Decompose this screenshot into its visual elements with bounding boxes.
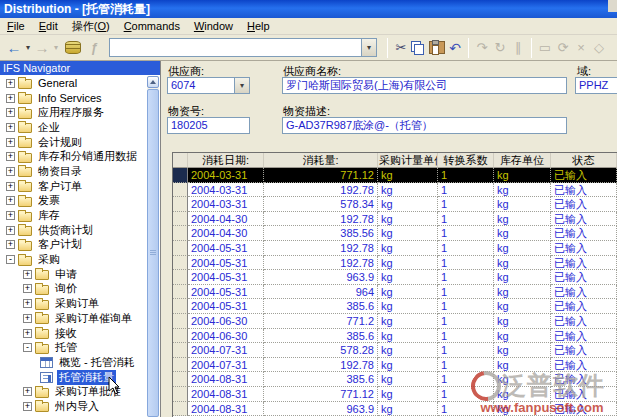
table-row[interactable]: 2004-07-31192.78kg1kg已输入 — [173, 358, 617, 373]
table-cell: kg — [494, 226, 551, 241]
tree-item[interactable]: +库存 — [0, 208, 147, 223]
tree-expander-icon[interactable]: + — [6, 79, 15, 88]
supplier-field[interactable]: 6074 ▾ — [167, 77, 250, 94]
tree-expander-icon[interactable]: + — [23, 387, 32, 396]
tree-expander-icon[interactable]: + — [6, 182, 15, 191]
tree-item[interactable]: +采购订单催询单 — [0, 311, 147, 326]
back-dropdown-icon[interactable]: ▾ — [24, 39, 32, 57]
table-cell: 已输入 — [551, 183, 617, 198]
menu-item-f[interactable]: File — [0, 20, 32, 32]
tree-item[interactable]: +应用程序服务 — [0, 105, 147, 120]
tree-item[interactable]: +发票 — [0, 194, 147, 209]
undo-icon[interactable]: ↶ — [447, 39, 463, 57]
tree-item[interactable]: +供货商计划 — [0, 223, 147, 238]
tree-expander-icon[interactable]: + — [6, 152, 15, 161]
tree-expander-icon[interactable]: + — [23, 284, 32, 293]
address-dropdown-icon[interactable]: ▾ — [361, 39, 376, 56]
tree-item[interactable]: +客户计划 — [0, 238, 147, 253]
table-cell: 963.9 — [264, 402, 378, 417]
tree-expander-icon[interactable]: + — [6, 108, 15, 117]
address-combobox[interactable]: ▾ — [109, 38, 377, 57]
paste-icon[interactable] — [429, 41, 445, 54]
tree-item[interactable]: +州内导入 — [0, 399, 147, 414]
scrollbar-thumb[interactable] — [147, 89, 159, 417]
tree-expander-icon[interactable]: + — [6, 167, 15, 176]
scroll-up-button[interactable] — [147, 76, 159, 88]
table-row[interactable]: 2004-05-31385.6kg1kg已输入 — [173, 299, 617, 314]
material-no-field[interactable]: 180205 — [167, 117, 250, 134]
menu-item-h[interactable]: Help — [240, 20, 277, 32]
tree-item[interactable]: +申请 — [0, 267, 147, 282]
tree-item[interactable]: -托管 — [0, 340, 147, 355]
table-row[interactable]: 2004-04-30385.56kg1kg已输入 — [173, 226, 617, 241]
tree-expander-icon[interactable]: + — [23, 270, 32, 279]
table-row[interactable]: 2004-08-31963.9kg1kg已输入 — [173, 402, 617, 417]
supplier-value[interactable]: 6074 — [168, 78, 234, 93]
tree-item[interactable]: +询价 — [0, 282, 147, 297]
table-cell: kg — [378, 197, 438, 212]
tree-item[interactable]: 概览 - 托管消耗 — [0, 355, 147, 370]
table-row[interactable]: 2004-07-31578.28kg1kg已输入 — [173, 343, 617, 358]
tree-item[interactable]: +采购订单 — [0, 296, 147, 311]
table-row[interactable]: 2004-05-31192.78kg1kg已输入 — [173, 241, 617, 256]
table-row[interactable]: 2004-06-30771.2kg1kg已输入 — [173, 314, 617, 329]
database-refresh-icon[interactable] — [65, 41, 81, 54]
menu-item-w[interactable]: Window — [187, 20, 240, 32]
menu-item-e[interactable]: Edit — [32, 20, 65, 32]
tree-item[interactable]: +General — [0, 76, 147, 91]
cut-icon[interactable]: ✂ — [393, 39, 409, 57]
table-cell: 已输入 — [551, 168, 617, 183]
tree-expander-icon[interactable]: - — [6, 255, 15, 264]
tree-expander-icon[interactable]: + — [6, 211, 15, 220]
up-arrow-icon — [150, 80, 156, 84]
supplier-name-field[interactable]: 罗门哈斯国际贸易(上海)有限公司 — [282, 77, 567, 94]
tree-item[interactable]: +物资目录 — [0, 164, 147, 179]
menu-item-o[interactable]: 操作(O) — [65, 19, 117, 34]
tree-expander-icon[interactable]: + — [6, 240, 15, 249]
table-cell: 2004-07-31 — [188, 358, 264, 373]
tree-expander-icon[interactable]: + — [6, 94, 15, 103]
tree-item[interactable]: -采购 — [0, 252, 147, 267]
tree-item[interactable]: 托管消耗量 — [0, 370, 147, 385]
table-row[interactable]: 2004-03-31192.78kg1kg已输入 — [173, 183, 617, 198]
folder-icon — [18, 79, 32, 89]
table-row[interactable]: 2004-05-31964kg1kg已输入 — [173, 285, 617, 300]
tree-scrollbar[interactable] — [147, 76, 159, 417]
tree-expander-icon[interactable]: + — [23, 329, 32, 338]
table-cell: 578.28 — [264, 343, 378, 358]
tree-item[interactable]: +采购订单批准 — [0, 384, 147, 399]
tree-expander-icon[interactable]: + — [6, 123, 15, 132]
copy-icon[interactable] — [411, 41, 427, 54]
tree-item[interactable]: +企业 — [0, 120, 147, 135]
tree-expander-icon[interactable]: + — [6, 226, 15, 235]
tree-expander-icon[interactable]: + — [23, 314, 32, 323]
tree-item[interactable]: +库存和分销通用数据 — [0, 149, 147, 164]
table-row[interactable]: 2004-04-30192.78kg1kg已输入 — [173, 212, 617, 227]
tree-item[interactable]: +接收 — [0, 326, 147, 341]
tree-expander-icon[interactable]: + — [6, 196, 15, 205]
menu-item-c[interactable]: Commands — [117, 20, 187, 32]
tree-item[interactable]: +会计规则 — [0, 135, 147, 150]
table-row[interactable]: 2004-05-31963.9kg1kg已输入 — [173, 270, 617, 285]
table-cell: kg — [378, 285, 438, 300]
table-row[interactable]: 2004-06-30385.6kg1kg已输入 — [173, 329, 617, 344]
table-row[interactable]: 2004-08-31771.12kg1kg已输入 — [173, 387, 617, 402]
folder-icon — [35, 314, 49, 324]
back-icon[interactable]: ← — [6, 39, 22, 57]
domain-field[interactable]: PPHZ — [575, 77, 617, 94]
tree-expander-icon[interactable]: + — [23, 402, 32, 411]
tree-expander-icon[interactable]: + — [6, 138, 15, 147]
supplier-dropdown-icon[interactable]: ▾ — [234, 78, 249, 93]
address-combobox-value[interactable] — [110, 39, 361, 56]
tree-expander-icon[interactable]: - — [23, 343, 32, 352]
tree-item[interactable]: +Info Services — [0, 91, 147, 106]
table-row[interactable]: 2004-08-31385.6kg1kg已输入 — [173, 372, 617, 387]
table-cell: 转换系数 — [438, 153, 494, 168]
table-row[interactable]: 2004-03-31578.34kg1kg已输入 — [173, 197, 617, 212]
tree-item[interactable]: +客户订单 — [0, 179, 147, 194]
material-desc-field[interactable]: G-AD37R987底涂@-（托管） — [282, 117, 567, 134]
table-cell: 1 — [438, 183, 494, 198]
table-row[interactable]: 2004-05-31192.78kg1kg已输入 — [173, 256, 617, 271]
table-row[interactable]: 2004-03-31771.12kg1kg已输入 — [173, 168, 617, 183]
tree-expander-icon[interactable]: + — [23, 299, 32, 308]
